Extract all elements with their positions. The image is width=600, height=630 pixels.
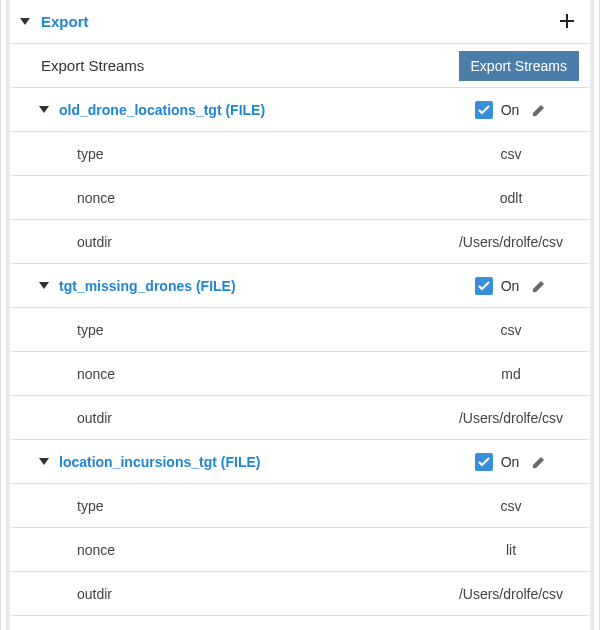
stream-enabled-label: On — [501, 102, 520, 118]
stream-prop-row: type csv — [11, 132, 589, 176]
prop-value: odlt — [451, 190, 571, 206]
prop-value: md — [451, 366, 571, 382]
prop-key: outdir — [69, 410, 112, 426]
panel-frame: Export Export Streams Export Streams old… — [0, 0, 600, 630]
stream-prop-row: nonce lit — [11, 528, 589, 572]
stream-caret[interactable] — [17, 106, 51, 113]
stream-row: old_drone_locations_tgt (FILE) On — [11, 88, 589, 132]
prop-key: outdir — [69, 586, 112, 602]
check-icon — [478, 456, 490, 468]
stream-row: tgt_missing_drones (FILE) On — [11, 264, 589, 308]
prop-key: nonce — [69, 366, 115, 382]
section-title[interactable]: Export — [33, 13, 89, 30]
export-streams-button[interactable]: Export Streams — [459, 51, 579, 81]
pencil-icon — [532, 455, 546, 469]
stream-prop-row: type csv — [11, 308, 589, 352]
panel-content: Export Export Streams Export Streams old… — [11, 0, 589, 616]
prop-key: outdir — [69, 234, 112, 250]
section-header-row: Export — [11, 0, 589, 44]
stream-name[interactable]: location_incursions_tgt (FILE) — [51, 454, 260, 470]
stream-prop-row: outdir /Users/drolfe/csv — [11, 396, 589, 440]
stream-prop-row: outdir /Users/drolfe/csv — [11, 572, 589, 616]
stream-prop-row: outdir /Users/drolfe/csv — [11, 220, 589, 264]
plus-icon — [559, 13, 575, 29]
stream-enabled-checkbox[interactable] — [475, 101, 493, 119]
prop-value: /Users/drolfe/csv — [451, 234, 571, 250]
stream-name[interactable]: old_drone_locations_tgt (FILE) — [51, 102, 265, 118]
stream-enabled-label: On — [501, 278, 520, 294]
prop-value: /Users/drolfe/csv — [451, 410, 571, 426]
edit-stream-button[interactable] — [531, 278, 547, 294]
stream-name[interactable]: tgt_missing_drones (FILE) — [51, 278, 236, 294]
prop-key: nonce — [69, 190, 115, 206]
prop-key: type — [69, 146, 103, 162]
stream-prop-row: nonce odlt — [11, 176, 589, 220]
prop-value: csv — [451, 322, 571, 338]
prop-value: csv — [451, 498, 571, 514]
prop-key: type — [69, 498, 103, 514]
stream-row: location_incursions_tgt (FILE) On — [11, 440, 589, 484]
caret-down-icon — [39, 458, 49, 465]
add-stream-button[interactable] — [555, 9, 579, 35]
prop-value: /Users/drolfe/csv — [451, 586, 571, 602]
stream-toggle-group: On — [451, 277, 571, 295]
stream-toggle-group: On — [451, 101, 571, 119]
streams-header-label: Export Streams — [33, 57, 144, 74]
check-icon — [478, 280, 490, 292]
caret-down-icon — [20, 18, 30, 25]
section-caret[interactable] — [17, 18, 33, 25]
prop-key: nonce — [69, 542, 115, 558]
streams-header-row: Export Streams Export Streams — [11, 44, 589, 88]
stream-prop-row: nonce md — [11, 352, 589, 396]
edit-stream-button[interactable] — [531, 102, 547, 118]
stream-enabled-checkbox[interactable] — [475, 277, 493, 295]
prop-value: csv — [451, 146, 571, 162]
stream-caret[interactable] — [17, 282, 51, 289]
pencil-icon — [532, 279, 546, 293]
prop-value: lit — [451, 542, 571, 558]
prop-key: type — [69, 322, 103, 338]
stream-enabled-label: On — [501, 454, 520, 470]
check-icon — [478, 104, 490, 116]
caret-down-icon — [39, 282, 49, 289]
stream-prop-row: type csv — [11, 484, 589, 528]
stream-toggle-group: On — [451, 453, 571, 471]
caret-down-icon — [39, 106, 49, 113]
edit-stream-button[interactable] — [531, 454, 547, 470]
stream-caret[interactable] — [17, 458, 51, 465]
stream-enabled-checkbox[interactable] — [475, 453, 493, 471]
pencil-icon — [532, 103, 546, 117]
